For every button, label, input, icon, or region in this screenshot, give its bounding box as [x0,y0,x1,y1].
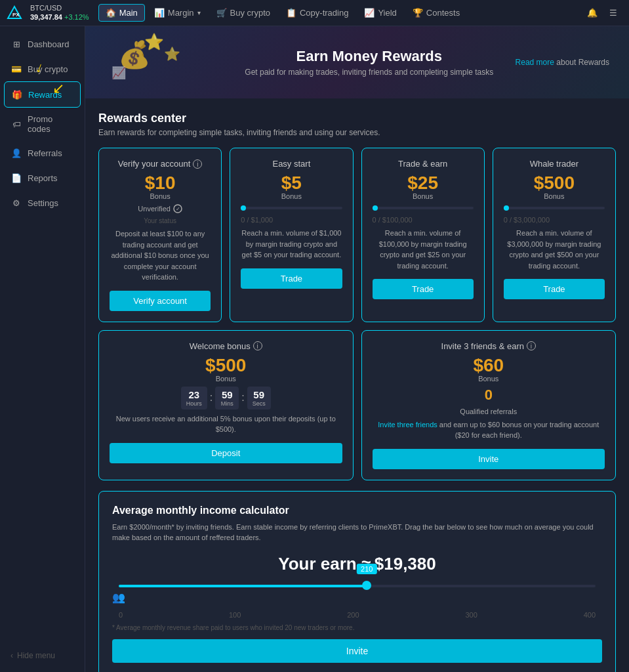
rewards-banner: 💰 ⭐ ⭐ 📈 Earn Money Rewards Get paid for … [85,26,629,98]
easy-start-title: Easy start [272,159,310,169]
welcome-bonus-label: Bonus [216,375,236,383]
sidebar-item-referrals[interactable]: 👤 Referrals [0,140,85,165]
slider-label-0: 0 [119,611,123,619]
timer-sep-1: : [210,392,213,404]
invite-button[interactable]: Invite [373,449,605,469]
logo[interactable]: PX [7,5,22,21]
tag-icon: 🏷 [10,118,22,130]
sidebar-dashboard-label: Dashboard [28,39,70,49]
banner-read-more[interactable]: Read more about Rewards [516,58,609,67]
easy-start-card: Easy start $5 Bonus 0 / $1,000 Reach a m… [230,148,353,322]
slider-label-1: 100 [229,611,241,619]
sidebar-item-settings[interactable]: ⚙ Settings [0,190,85,215]
timer-mins-block: 59 Mins [215,387,239,410]
svg-text:✓: ✓ [176,206,180,212]
ref-sub-label: Qualified referrals [460,408,517,415]
verify-card-amount: $10 [145,173,176,194]
gift-icon: 🎁 [11,89,23,100]
invite-friends-amount: $60 [473,355,504,376]
calculator-title: Average monthly income calculator [112,505,602,516]
grid-icon: ⊞ [10,38,22,50]
nav-copy-trading[interactable]: 📋 Copy-trading [279,5,355,21]
sidebar-item-buy-crypto[interactable]: 💳 Buy crypto [0,56,85,81]
deposit-button[interactable]: Deposit [110,443,342,463]
cart-icon: 🛒 [216,8,227,18]
sidebar-item-dashboard[interactable]: ⊞ Dashboard [0,32,85,56]
notification-bell[interactable]: 🔔 [583,4,601,22]
sidebar-buy-crypto-label: Buy crypto [28,64,68,74]
easy-start-progress-label: 0 / $1,000 [241,216,273,224]
nav-buy-crypto[interactable]: 🛒 Buy crypto [210,5,277,21]
verify-account-button[interactable]: Verify account [110,291,211,311]
section-subtitle: Earn rewards for completing simple tasks… [98,128,616,137]
whale-trader-button[interactable]: Trade [504,279,605,299]
sidebar-item-reports[interactable]: 📄 Reports [0,165,85,190]
sidebar-reports-label: Reports [28,173,58,183]
calculator-card: Average monthly income calculator Earn $… [98,491,616,673]
verify-status: Unverified ✓ [138,204,182,213]
easy-start-desc: Reach a min. volume of $1,000 by margin … [241,228,342,261]
whale-trader-progress-label: 0 / $3,000,000 [504,216,550,224]
hide-menu-label: Hide menu [17,651,55,660]
timer-secs: 59 [253,389,266,400]
invite-three-link[interactable]: Invite three friends [378,421,437,429]
nav-margin-label: Margin [168,8,194,18]
welcome-bonus-amount: $500 [205,355,246,376]
invite-desc-text: and earn up to $60 bonus on your trading… [439,421,599,440]
verify-info-icon[interactable]: i [193,159,202,169]
whale-trader-card: Whale trader $500 Bonus 0 / $3,000,000 R… [493,148,616,322]
nav-contests-label: Contests [426,8,460,18]
file-icon: 📄 [10,172,22,184]
sidebar-item-rewards[interactable]: 🎁 Rewards [4,81,81,108]
timer-sep-2: : [241,392,244,404]
top-navigation: PX BTC/USD 39,347.84 +3.12% 🏠 Main 📊 Mar… [0,0,629,26]
timer-hours: 23 [186,389,202,400]
timer-secs-block: 59 Secs [247,387,271,410]
easy-start-progress [241,207,342,209]
calculator-slider-area: 👥 210 0 100 200 300 400 [112,585,602,619]
person-slider-icon: 👥 [112,591,125,604]
yield-icon: 📈 [364,8,375,18]
welcome-bonus-card: Welcome bonus i $500 Bonus 23 Hours : 59 [98,330,354,480]
section-title: Rewards center [98,112,616,125]
banner-link-suffix: about Rewards [556,58,609,67]
earn-value: $19,380 [375,554,436,574]
invite-friends-title: Invite 3 friends & earn i [441,341,536,351]
slider-wrapper: 👥 210 [119,585,596,611]
settings-icon: ⚙ [10,197,22,209]
nav-margin[interactable]: 📊 Margin ▾ [148,5,207,21]
trade-earn-progress-dot [373,205,378,211]
sidebar-referrals-label: Referrals [28,148,62,158]
nav-contests[interactable]: 🏆 Contests [406,5,466,21]
slider-thumb[interactable]: 210 [362,581,371,590]
banner-subtitle: Get paid for making trades, inviting fri… [223,68,516,77]
btc-info: BTC/USD 39,347.84 +3.12% [30,4,89,21]
trade-earn-amount: $25 [407,173,438,194]
trade-earn-button[interactable]: Trade [373,279,474,299]
nav-yield[interactable]: 📈 Yield [357,5,403,21]
copy-icon: 📋 [286,8,296,18]
slider-tooltip: 210 [357,564,376,574]
main-content: 💰 ⭐ ⭐ 📈 Earn Money Rewards Get paid for … [85,26,629,672]
hamburger-menu[interactable]: ☰ [604,4,622,22]
banner-illustration: 💰 ⭐ ⭐ 📈 [105,33,223,92]
verify-card-title: Verify your account i [118,159,203,169]
invite-info-icon[interactable]: i [527,341,536,350]
hide-menu-button[interactable]: ‹ Hide menu [0,644,85,667]
timer-secs-label: Secs [253,400,266,407]
whale-trader-bonus-label: Bonus [544,192,564,200]
whale-trader-progress-dot [504,205,509,211]
ref-count: 0 [485,387,493,404]
trade-earn-progress [373,207,474,209]
person-icon: 👤 [10,147,22,159]
easy-start-trade-button[interactable]: Trade [241,268,342,289]
trade-earn-title: Trade & earn [398,159,447,169]
calculator-invite-button[interactable]: Invite [112,639,602,663]
trade-earn-progress-label: 0 / $100,000 [373,216,413,224]
nav-main[interactable]: 🏠 Main [98,4,145,22]
btc-pair: BTC/USD [30,4,89,12]
sidebar-item-promo-codes[interactable]: 🏷 Promo codes [0,108,85,140]
welcome-info-icon[interactable]: i [253,341,262,350]
welcome-bonus-desc: New users receive an additional 5% bonus… [110,413,342,435]
timer-hours-block: 23 Hours [181,387,207,410]
